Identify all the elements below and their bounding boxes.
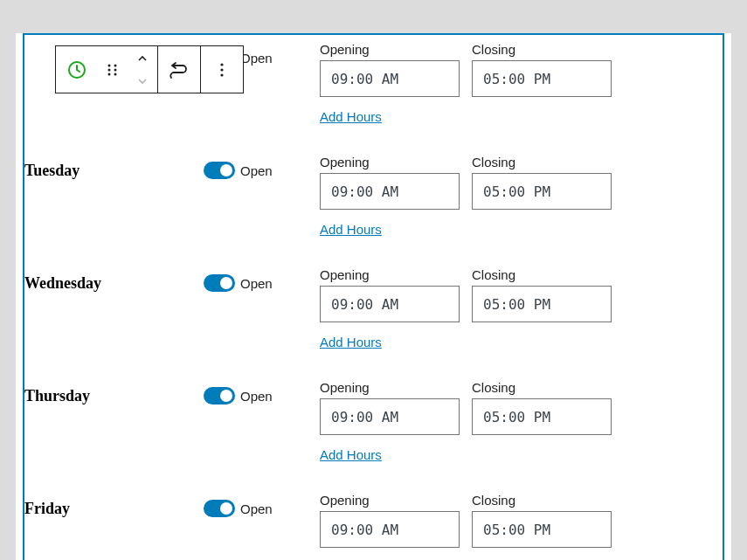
opening-input[interactable] xyxy=(320,286,460,322)
clock-icon xyxy=(66,59,87,80)
svg-point-1 xyxy=(108,64,111,66)
opening-label: Opening xyxy=(320,380,460,395)
add-hours-link[interactable]: Add Hours xyxy=(320,447,382,462)
svg-point-2 xyxy=(108,68,111,71)
day-row: Tuesday Open Opening Closing Add Hours xyxy=(24,148,702,260)
closing-input[interactable] xyxy=(472,286,612,322)
closing-input[interactable] xyxy=(472,398,612,435)
business-hours-block[interactable]: Monday Open Opening Closing Add Hours xyxy=(23,33,724,560)
day-name: Wednesday xyxy=(24,267,204,293)
opening-input[interactable] xyxy=(320,511,460,548)
opening-input[interactable] xyxy=(320,173,460,210)
svg-point-9 xyxy=(220,73,223,76)
day-name: Thursday xyxy=(24,380,204,405)
drag-handle-icon xyxy=(105,62,121,78)
chevron-up-icon xyxy=(136,54,149,63)
add-hours-link[interactable]: Add Hours xyxy=(320,109,382,124)
day-row: Thursday Open Opening Closing Add Hours xyxy=(24,373,702,486)
toggle-label: Open xyxy=(240,389,273,404)
closing-label: Closing xyxy=(472,380,612,395)
open-toggle[interactable] xyxy=(204,162,235,179)
day-row: Friday Open Opening Closing Add Hours xyxy=(24,486,702,560)
svg-point-3 xyxy=(108,73,111,75)
opening-label: Opening xyxy=(320,42,460,57)
drag-handle[interactable] xyxy=(98,46,128,93)
opening-label: Opening xyxy=(320,155,460,169)
toggle-label: Open xyxy=(240,51,273,66)
open-toggle[interactable] xyxy=(204,500,235,517)
open-toggle[interactable] xyxy=(204,274,235,292)
opening-input[interactable] xyxy=(320,60,460,97)
day-name: Friday xyxy=(24,493,204,518)
move-down-button[interactable] xyxy=(128,70,157,93)
opening-label: Opening xyxy=(320,493,460,508)
add-hours-link[interactable]: Add Hours xyxy=(320,222,382,237)
day-name: Tuesday xyxy=(24,155,204,180)
toggle-label: Open xyxy=(240,163,273,178)
transform-icon xyxy=(169,61,190,79)
closing-input[interactable] xyxy=(472,60,612,97)
chevron-down-icon xyxy=(136,77,149,86)
closing-label: Closing xyxy=(472,267,612,282)
opening-input[interactable] xyxy=(320,398,460,435)
block-toolbar xyxy=(55,45,244,93)
svg-point-8 xyxy=(220,68,223,71)
svg-point-6 xyxy=(114,73,117,75)
transform-button[interactable] xyxy=(158,46,200,93)
opening-label: Opening xyxy=(320,267,460,282)
open-toggle[interactable] xyxy=(204,387,235,404)
closing-label: Closing xyxy=(472,155,612,169)
move-up-button[interactable] xyxy=(128,47,157,70)
svg-point-7 xyxy=(220,63,223,66)
toggle-label: Open xyxy=(240,276,273,291)
more-vertical-icon xyxy=(213,61,231,79)
toggle-label: Open xyxy=(240,501,273,516)
editor-canvas: Monday Open Opening Closing Add Hours xyxy=(16,33,731,560)
svg-point-4 xyxy=(114,64,117,66)
block-type-button[interactable] xyxy=(56,46,98,93)
add-hours-link[interactable]: Add Hours xyxy=(320,335,382,349)
closing-label: Closing xyxy=(472,42,612,57)
more-options-button[interactable] xyxy=(201,46,243,93)
closing-label: Closing xyxy=(472,493,612,508)
closing-input[interactable] xyxy=(472,511,612,548)
svg-point-5 xyxy=(114,68,117,71)
closing-input[interactable] xyxy=(472,173,612,210)
day-row: Wednesday Open Opening Closing Add Hours xyxy=(24,260,702,373)
